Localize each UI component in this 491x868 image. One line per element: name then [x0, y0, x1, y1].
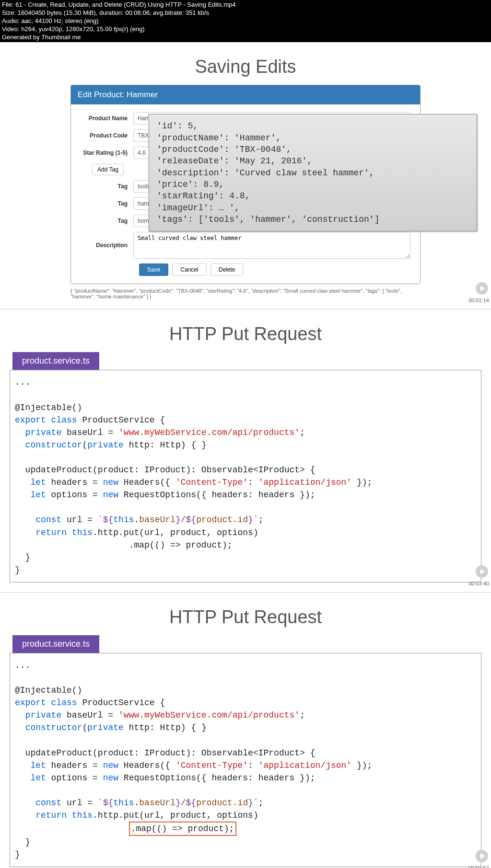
- size-line: Size: 16040450 bytes (15.30 MiB), durati…: [2, 9, 489, 17]
- form-header: Edit Product: Hammer: [71, 85, 420, 104]
- label-tag-2: Tag: [81, 200, 133, 207]
- slide-http-put-1: HTTP Put Request product.service.ts ... …: [0, 309, 491, 587]
- video-line: Video: h264, yuv420p, 1280x720, 15.00 fp…: [2, 25, 489, 34]
- slide-title-3: HTTP Put Request: [10, 607, 481, 628]
- label-product-name: Product Name: [81, 115, 133, 122]
- json-overlay-text: 'id': 5, 'productName': 'Hammer', 'produ…: [157, 120, 469, 225]
- timestamp-3: 00:04:52: [468, 865, 489, 868]
- label-star-rating: Star Rating (1-5): [81, 149, 133, 156]
- add-tag-button[interactable]: Add Tag: [92, 164, 124, 175]
- play-icon[interactable]: [476, 282, 488, 295]
- video-info-header: File: 61 - Create, Read, Update, and Del…: [0, 0, 491, 42]
- audio-line: Audio: aac, 44100 Hz, stereo (eng): [2, 17, 489, 25]
- label-description: Description: [81, 242, 133, 249]
- label-tag-3: Tag: [81, 217, 133, 224]
- input-description[interactable]: [133, 232, 410, 259]
- code-tab-3: product.service.ts: [12, 635, 99, 653]
- json-footer-text: { "productName": "Hammer", "productCode"…: [70, 288, 421, 299]
- label-tag-1: Tag: [81, 183, 133, 190]
- code-tab-2: product.service.ts: [12, 352, 99, 370]
- slide-http-put-2: HTTP Put Request product.service.ts ... …: [0, 593, 491, 868]
- code-box-3: ... @Injectable() export class ProductSe…: [10, 653, 481, 868]
- slide-saving-edits: Saving Edits Edit Product: Hammer Produc…: [0, 42, 491, 304]
- play-icon[interactable]: [476, 565, 488, 578]
- timestamp-2: 00:03:40: [468, 581, 489, 586]
- json-overlay: 'id': 5, 'productName': 'Hammer', 'produ…: [149, 114, 477, 231]
- timestamp-1: 00:01:14: [468, 297, 489, 303]
- save-button[interactable]: Save: [139, 263, 168, 276]
- code-box-2: ... @Injectable() export class ProductSe…: [10, 370, 481, 582]
- delete-button[interactable]: Delete: [210, 263, 244, 276]
- file-line: File: 61 - Create, Read, Update, and Del…: [2, 1, 489, 9]
- gen-line: Generated by Thumbnail me: [2, 34, 489, 42]
- slide-title: Saving Edits: [10, 57, 481, 77]
- cancel-button[interactable]: Cancel: [172, 263, 206, 276]
- slide-title-2: HTTP Put Request: [10, 324, 481, 344]
- play-icon[interactable]: [476, 850, 488, 862]
- label-product-code: Product Code: [81, 132, 133, 139]
